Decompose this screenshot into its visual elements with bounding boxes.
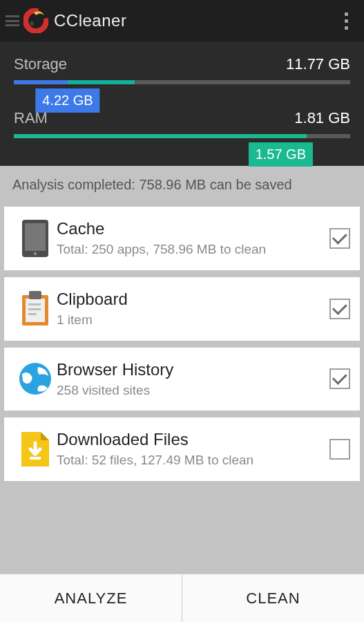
item-checkbox[interactable]: [329, 368, 350, 389]
svg-rect-9: [28, 313, 37, 315]
storage-label: Storage: [14, 55, 67, 73]
analysis-summary: Analysis completed: 758.96 MB can be sav…: [0, 166, 364, 207]
overflow-menu-icon[interactable]: [338, 11, 354, 30]
item-title: Clipboard: [57, 290, 323, 309]
globe-icon: [14, 362, 57, 395]
item-checkbox[interactable]: [329, 439, 350, 460]
ram-bar: 1.57 GB: [14, 134, 350, 138]
storage-bar: 4.22 GB: [14, 80, 350, 84]
item-subtitle: 1 item: [57, 312, 323, 328]
item-checkbox[interactable]: [329, 299, 350, 319]
ram-used-label: 1.57 GB: [249, 142, 313, 167]
clipboard-icon: [14, 291, 57, 327]
tablet-icon: [14, 220, 57, 257]
svg-rect-11: [30, 457, 41, 460]
analyze-button[interactable]: ANALYZE: [0, 574, 182, 622]
stats-panel: Storage 11.77 GB 4.22 GB RAM 1.81 GB 1.5…: [0, 41, 364, 166]
svg-rect-7: [28, 303, 41, 305]
item-subtitle: Total: 52 files, 127.49 MB to clean: [57, 452, 323, 469]
app-logo-icon: [23, 8, 48, 33]
svg-point-0: [30, 21, 34, 26]
item-title: Browser History: [57, 360, 323, 379]
item-checkbox[interactable]: [329, 228, 350, 249]
svg-rect-8: [28, 308, 41, 310]
download-icon: [14, 432, 57, 466]
results-list[interactable]: Cache Total: 250 apps, 758.96 MB to clea…: [0, 207, 364, 519]
storage-stat: Storage 11.77 GB 4.22 GB: [14, 55, 350, 84]
list-item[interactable]: Clipboard 1 item: [4, 277, 360, 341]
menu-icon[interactable]: [6, 15, 19, 26]
storage-used-label: 4.22 GB: [35, 88, 99, 113]
app-title: CCleaner: [54, 11, 126, 30]
item-title: Cache: [57, 219, 323, 238]
item-subtitle: Total: 250 apps, 758.96 MB to clean: [57, 241, 323, 258]
item-title: Downloaded Files: [57, 430, 323, 449]
storage-total: 11.77 GB: [286, 55, 350, 73]
svg-rect-2: [25, 223, 46, 251]
storage-bar-primary: [14, 80, 68, 84]
ram-bar-primary: [14, 134, 307, 138]
list-item[interactable]: Cache Total: 250 apps, 758.96 MB to clea…: [4, 207, 360, 270]
ram-stat: RAM 1.81 GB 1.57 GB: [14, 109, 350, 138]
svg-point-3: [34, 252, 37, 255]
app-bar: CCleaner: [0, 0, 364, 41]
list-item[interactable]: Downloaded Files Total: 52 files, 127.49…: [4, 417, 360, 481]
bottom-action-bar: ANALYZE CLEAN: [0, 574, 364, 622]
ram-total: 1.81 GB: [294, 109, 350, 127]
clean-button[interactable]: CLEAN: [182, 574, 364, 622]
list-item[interactable]: Browser History 258 visited sites: [4, 348, 360, 411]
item-subtitle: 258 visited sites: [57, 382, 323, 399]
svg-rect-6: [29, 291, 41, 299]
